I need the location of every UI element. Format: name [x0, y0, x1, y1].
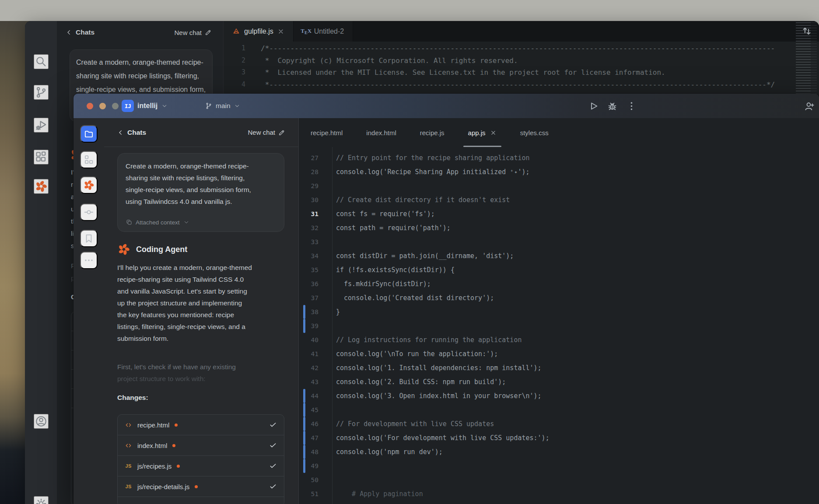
text-line: submission form. [117, 332, 252, 344]
tool-window-bookmark[interactable] [80, 230, 98, 247]
code-line: 39 [299, 319, 819, 333]
code-line: 32 const path = require('path'); [299, 221, 819, 235]
check-icon [269, 421, 277, 429]
code-line: 28 console.log('Recipe Sharing App initi… [299, 165, 819, 179]
code-line: 42 console.log('1. Install dependencies:… [299, 361, 819, 375]
user-message-card[interactable]: Create a modern, orange-themed recipe-sh… [117, 153, 284, 232]
new-chat-label: New chat [248, 129, 275, 136]
branch-selector[interactable]: main [205, 99, 241, 112]
line-text: console.log('2. Build CSS: npm run build… [336, 375, 506, 389]
tool-window-commit[interactable] [80, 203, 98, 221]
chat-panel: Chats New chat Create a modern, orange-t… [104, 118, 298, 504]
line-number: 39 [305, 319, 318, 333]
code-area[interactable]: 27 // Entry point for the recipe sharing… [299, 147, 819, 504]
folder-icon [83, 128, 94, 140]
activity-item-search[interactable] [34, 54, 49, 69]
code-line: 33 [299, 235, 819, 249]
tab-label: recipe.html [311, 129, 343, 136]
editor-tab-styles.css[interactable]: styles.css [508, 118, 560, 147]
more-actions-button[interactable] [626, 100, 637, 112]
activity-item-junie[interactable] [34, 179, 49, 194]
code-line: 50 [299, 473, 819, 487]
js-file-icon: JS [125, 462, 132, 470]
agent-response: I'll help you create a modern, orange-th… [117, 262, 252, 344]
minimap[interactable] [796, 22, 817, 97]
activity-item-settings[interactable] [34, 496, 49, 504]
code-line: 40 // Log instructions for running the a… [299, 333, 819, 347]
chevron-down-icon [183, 219, 190, 226]
code-line: 43 console.log('2. Build CSS: npm run bu… [299, 375, 819, 389]
line-number: 36 [305, 277, 318, 291]
window-close-button[interactable] [87, 103, 93, 109]
html-file-icon [125, 421, 132, 429]
new-chat-button[interactable]: New chat [248, 129, 285, 136]
window-zoom-button[interactable] [112, 103, 119, 109]
line-text: console.log('Created dist directory'); [336, 291, 494, 305]
close-icon[interactable] [490, 130, 497, 136]
code-line: 1 /*------------------------------------… [224, 42, 819, 55]
line-number: 32 [305, 221, 318, 235]
kebab-menu-icon [626, 100, 637, 112]
code-line: 47 console.log('For development with liv… [299, 431, 819, 445]
line-text: console.log('\nTo run the application:')… [336, 347, 498, 361]
chats-back-button[interactable]: Chats [117, 129, 146, 136]
editor-tab-gulpfile.js[interactable]: gulpfile.js [224, 21, 294, 42]
line-text: const path = require('path'); [336, 221, 451, 235]
js-file-icon: JS [125, 483, 132, 490]
editor-tab-app.js[interactable]: app.js [456, 118, 508, 147]
line-number: 28 [305, 165, 318, 179]
tab-label: gulpfile.js [244, 28, 273, 35]
line-text: // For development with live CSS updates [336, 417, 494, 431]
change-row-js/recipe-details.js[interactable]: JS js/recipe-details.js [118, 476, 284, 497]
git-branch-icon [205, 102, 213, 110]
close-icon[interactable] [277, 28, 284, 35]
change-row-js/recipes.js[interactable]: JS js/recipes.js [118, 456, 284, 476]
attached-context-chip[interactable]: Attached context [126, 219, 190, 226]
text-line: First, let's check if we have any existi… [117, 361, 236, 373]
debug-button[interactable] [606, 100, 618, 112]
tool-window-more[interactable] [80, 252, 98, 269]
activity-item-run-debug[interactable] [34, 118, 49, 133]
tool-window-structure[interactable] [80, 151, 98, 168]
chats-back-button[interactable]: Chats [66, 28, 94, 36]
activity-item-account[interactable] [34, 414, 49, 429]
new-chat-button[interactable]: New chat [174, 29, 212, 36]
activity-item-source-control[interactable] [34, 85, 49, 100]
tool-window-strip [74, 118, 104, 504]
line-number: 33 [305, 235, 318, 249]
code-line: 27 // Entry point for the recipe sharing… [299, 151, 819, 165]
project-name: intellij [137, 102, 158, 110]
chats-back-label: Chats [76, 28, 94, 36]
modified-dot [175, 424, 178, 427]
source-control-icon [35, 86, 48, 99]
editor-tab-Untitled-2[interactable]: TEX Untitled-2 [294, 21, 353, 42]
desktop: Chats New chat Create a modern, orange-t… [0, 0, 819, 504]
line-text: console.log('3. Open index.html in your … [336, 389, 542, 403]
pencil-icon [205, 29, 212, 36]
modified-dot [195, 485, 198, 488]
editor-tab-recipe.js[interactable]: recipe.js [408, 118, 456, 147]
line-text: // Entry point for the recipe sharing ap… [336, 151, 530, 165]
window-minimize-button[interactable] [99, 103, 106, 109]
change-row-index.html[interactable]: index.html [118, 435, 284, 456]
editor-tab-recipe.html[interactable]: recipe.html [299, 118, 354, 147]
tool-window-folder[interactable] [80, 125, 98, 143]
activity-item-extensions[interactable] [34, 150, 49, 164]
settings-icon [35, 497, 48, 504]
code-with-me-button[interactable] [803, 100, 815, 112]
line-number: 43 [305, 375, 318, 389]
tool-window-junie[interactable] [80, 176, 98, 194]
check-icon [269, 441, 277, 449]
code-line: 49 [299, 459, 819, 473]
person-add-icon [803, 100, 815, 112]
project-selector[interactable]: intellij [137, 99, 168, 112]
code-line: 38 } [299, 305, 819, 319]
run-button[interactable] [588, 100, 599, 112]
line-text: if (!fs.existsSync(distDir)) { [336, 263, 455, 277]
chats-back-label: Chats [127, 129, 146, 136]
change-row-recipe.html[interactable]: recipe.html [118, 415, 284, 435]
editor-tab-index.html[interactable]: index.html [354, 118, 408, 147]
code-line: 35 if (!fs.existsSync(distDir)) { [299, 263, 819, 277]
titlebar: IJ intellij main [74, 94, 819, 118]
branch-name: main [216, 102, 231, 110]
